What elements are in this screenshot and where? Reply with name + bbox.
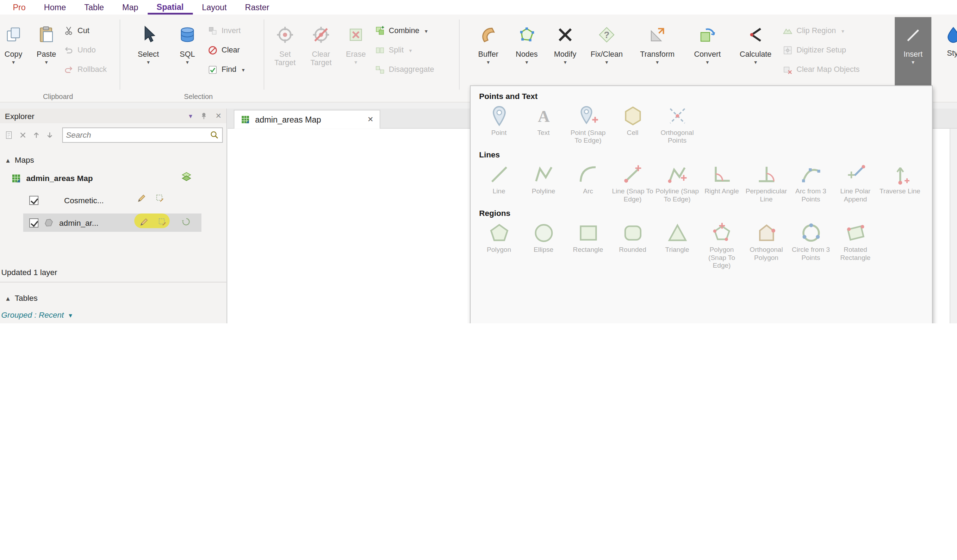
digitizer-setup-button[interactable]: Digitizer Setup xyxy=(782,43,846,57)
nodes-dropdown-caret[interactable] xyxy=(525,59,528,66)
insert-item-line[interactable]: Line xyxy=(477,161,521,196)
collapse-triangle-icon[interactable] xyxy=(6,293,9,302)
insert-dropdown-caret[interactable] xyxy=(911,58,914,65)
history-icon[interactable] xyxy=(181,217,191,227)
search-input[interactable] xyxy=(66,130,209,139)
combine-dropdown-caret[interactable] xyxy=(423,26,428,35)
insert-item-cell[interactable]: Cell xyxy=(610,103,655,137)
insert-item-polygon[interactable]: Polygon xyxy=(477,219,521,254)
undo-button[interactable]: Undo xyxy=(63,43,96,57)
ribbon-button-calculate[interactable]: Calculate xyxy=(735,18,776,90)
layer-edit-icon[interactable] xyxy=(155,193,165,203)
clear-target-button[interactable]: Clear Target xyxy=(304,18,338,90)
search-icon[interactable] xyxy=(209,130,219,140)
sql-button[interactable]: SQL xyxy=(173,18,202,90)
insert-item-polygon-snap-to-edge[interactable]: Polygon (Snap To Edge) xyxy=(700,219,744,271)
rollback-button[interactable]: Rollback xyxy=(63,62,107,77)
clear-map-objects-button[interactable]: Clear Map Objects xyxy=(782,62,859,77)
explorer-map-node[interactable]: admin_areas Map xyxy=(11,169,93,186)
sql-dropdown-caret[interactable] xyxy=(186,59,189,66)
insert-item-point-snap-to-edge[interactable]: Point (Snap To Edge) xyxy=(566,103,610,146)
collapse-triangle-icon[interactable] xyxy=(6,155,9,164)
buffer-dropdown-caret[interactable] xyxy=(487,59,490,66)
layer-edit-icon[interactable] xyxy=(158,217,167,227)
insert-item-line-polar-append[interactable]: Line Polar Append xyxy=(833,161,877,204)
insert-item-traverse-line[interactable]: Traverse Line xyxy=(878,161,922,196)
insert-item-rounded[interactable]: Rounded xyxy=(610,219,655,254)
layer-checkbox[interactable] xyxy=(29,218,38,227)
invert-selection-button[interactable]: Invert xyxy=(207,23,240,38)
insert-item-circle-from-3-points[interactable]: Circle from 3 Points xyxy=(789,219,833,263)
insert-item-right-angle[interactable]: Right Angle xyxy=(700,161,744,196)
paste-button[interactable]: Paste xyxy=(32,18,61,90)
erase-dropdown-caret[interactable] xyxy=(354,59,357,66)
fix-clean-dropdown-caret[interactable] xyxy=(605,59,608,66)
clear-selection-button[interactable]: Clear xyxy=(207,43,240,57)
insert-item-rectangle[interactable]: Rectangle xyxy=(566,219,610,254)
layer-row-admin-areas[interactable]: admin_ar... xyxy=(29,214,98,231)
paste-dropdown-caret[interactable] xyxy=(45,59,48,66)
insert-item-polyline-snap-to-edge[interactable]: Polyline (Snap To Edge) xyxy=(655,161,699,204)
map-tab-close-icon[interactable] xyxy=(367,115,373,124)
set-target-button[interactable]: Set Target xyxy=(268,18,302,90)
combine-button[interactable]: Combine xyxy=(375,23,428,38)
grouping-dropdown-icon[interactable] xyxy=(69,310,72,319)
layer-row-cosmetic[interactable]: Cosmetic... xyxy=(29,192,104,208)
find-button[interactable]: Find xyxy=(207,62,245,77)
insert-item-line-snap-to-edge[interactable]: Line (Snap To Edge) xyxy=(610,161,655,204)
ribbon-tab-home[interactable]: Home xyxy=(35,0,75,15)
map-window-tab[interactable]: admin_areas Map xyxy=(234,110,381,129)
insert-item-text[interactable]: AText xyxy=(521,103,566,137)
clip-region-dropdown-caret[interactable] xyxy=(840,26,844,35)
cut-button[interactable]: Cut xyxy=(63,23,90,38)
select-dropdown-caret[interactable] xyxy=(147,59,150,66)
pin-icon[interactable] xyxy=(200,112,208,120)
edit-pencil-icon[interactable] xyxy=(139,217,149,227)
split-dropdown-caret[interactable] xyxy=(407,46,412,54)
edit-pencil-icon[interactable] xyxy=(137,193,147,203)
insert-item-perpendicular-line[interactable]: Perpendicular Line xyxy=(744,161,788,204)
ribbon-tab-layout[interactable]: Layout xyxy=(193,0,235,15)
ribbon-tab-table[interactable]: Table xyxy=(75,0,113,15)
clip-region-button[interactable]: Clip Region xyxy=(782,23,844,38)
disaggregate-button[interactable]: Disaggregate xyxy=(375,62,434,77)
ribbon-tab-pro[interactable]: Pro xyxy=(3,0,35,15)
find-dropdown-caret[interactable] xyxy=(240,65,245,74)
ribbon-button-transform[interactable]: Transform xyxy=(635,18,680,90)
select-button[interactable]: Select xyxy=(131,18,166,90)
layer-checkbox[interactable] xyxy=(29,196,38,205)
insert-item-triangle[interactable]: Triangle xyxy=(655,219,699,254)
insert-item-arc-from-3-points[interactable]: Arc from 3 Points xyxy=(789,161,833,204)
explorer-section-tables[interactable]: Tables xyxy=(6,289,37,306)
map-scrollbar[interactable] xyxy=(950,129,957,323)
insert-item-polyline[interactable]: Polyline xyxy=(521,161,566,196)
ribbon-button-buffer[interactable]: Buffer xyxy=(471,18,505,90)
add-layer-icon[interactable] xyxy=(3,129,14,140)
ribbon-button-convert[interactable]: Convert xyxy=(689,18,726,90)
explorer-menu-chevron-icon[interactable] xyxy=(189,112,192,120)
ribbon-tab-spatial[interactable]: Spatial xyxy=(148,0,193,15)
erase-button[interactable]: Erase xyxy=(341,18,371,90)
insert-item-ellipse[interactable]: Ellipse xyxy=(521,219,566,254)
style-button[interactable]: Styl xyxy=(936,18,957,87)
transform-dropdown-caret[interactable] xyxy=(656,59,659,66)
ribbon-button-modify[interactable]: Modify xyxy=(548,18,582,90)
insert-button[interactable]: Insert xyxy=(895,17,931,91)
grouping-selector[interactable]: Grouped : Recent xyxy=(1,306,72,323)
convert-dropdown-caret[interactable] xyxy=(706,59,709,66)
ribbon-tab-map[interactable]: Map xyxy=(113,0,147,15)
copy-dropdown-caret[interactable] xyxy=(12,59,15,66)
explorer-section-maps[interactable]: Maps xyxy=(6,151,34,168)
insert-item-point[interactable]: Point xyxy=(477,103,521,137)
split-button[interactable]: Split xyxy=(375,43,412,57)
remove-icon[interactable] xyxy=(18,130,27,139)
copy-button[interactable]: Copy xyxy=(0,18,27,90)
ribbon-button-fix-clean[interactable]: ?Fix/Clean xyxy=(587,18,626,90)
insert-item-rotated-rectangle[interactable]: Rotated Rectangle xyxy=(833,219,877,263)
ribbon-tab-raster[interactable]: Raster xyxy=(236,0,279,15)
move-down-icon[interactable] xyxy=(45,130,54,139)
modify-dropdown-caret[interactable] xyxy=(564,59,567,66)
insert-item-arc[interactable]: Arc xyxy=(566,161,610,196)
explorer-search-box[interactable] xyxy=(62,127,223,142)
ribbon-button-nodes[interactable]: Nodes xyxy=(510,18,543,90)
